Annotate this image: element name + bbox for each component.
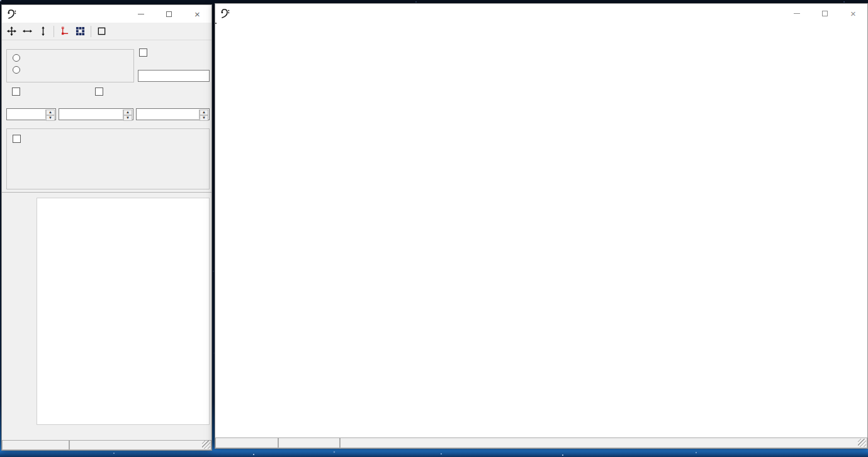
vertical-arrow-icon: [38, 26, 48, 36]
maximize-button[interactable]: [155, 5, 183, 23]
handles-grid-icon: [76, 26, 85, 36]
baffle-toolbar: [2, 23, 211, 40]
far-field-checkbox[interactable]: [139, 48, 147, 57]
move-icon: [7, 26, 16, 36]
basta-app-icon: [220, 8, 230, 18]
toolbar-separator: [54, 26, 54, 37]
minimize-button[interactable]: [127, 5, 155, 23]
spin-up-icon[interactable]: ▲: [46, 110, 55, 115]
spin-up-down-buttons[interactable]: ▲▼: [45, 110, 55, 119]
baffle-designer-window: ×: [1, 4, 212, 451]
spin-up-down-buttons[interactable]: ▲▼: [123, 110, 132, 119]
status-cursor-frequency: [215, 437, 278, 448]
status-cursor-level: [278, 437, 340, 448]
driver-density-spinner[interactable]: ▲▼: [59, 108, 133, 120]
scaled-distance-input[interactable]: [138, 70, 210, 82]
edge-diffraction-tool-button[interactable]: [57, 24, 72, 38]
close-button[interactable]: ×: [183, 5, 211, 23]
desktop-star-specks: [0, 0, 1, 1]
move-tool-button[interactable]: [4, 24, 19, 38]
close-button[interactable]: ×: [839, 4, 867, 23]
on-wall-groupbox: [6, 128, 210, 189]
baffle-statusbar: [2, 440, 211, 450]
baffle-outline-tool-button[interactable]: [94, 24, 109, 38]
resize-grip[interactable]: [858, 439, 866, 447]
basta-app-icon: [7, 9, 17, 19]
edge-diffraction-icon: [60, 26, 69, 36]
resize-grip[interactable]: [202, 441, 210, 449]
horizontal-arrow-icon: [23, 26, 32, 36]
status-hint-message: [340, 437, 867, 448]
vent-density-spinner[interactable]: ▲▼: [136, 108, 210, 120]
response-titlebar[interactable]: ×: [215, 4, 867, 23]
status-y-coordinate: [69, 440, 211, 450]
show-all-systems-checkbox[interactable]: [12, 87, 20, 96]
baffle-titlebar[interactable]: ×: [2, 5, 211, 23]
baffle-drawing-panel: [2, 192, 211, 439]
response-chart-area: [215, 23, 867, 437]
enable-freespace-radio[interactable]: [13, 66, 20, 74]
horizontal-resize-tool-button[interactable]: [20, 24, 35, 38]
spin-down-icon[interactable]: ▼: [123, 115, 132, 121]
legend-box: [215, 23, 217, 24]
response-window: ×: [215, 3, 868, 449]
spin-down-icon[interactable]: ▼: [200, 115, 208, 121]
common-mic-checkbox[interactable]: [95, 87, 103, 96]
spin-down-icon[interactable]: ▼: [46, 115, 55, 121]
vertical-resize-tool-button[interactable]: [36, 24, 50, 38]
response-statusbar: [215, 437, 867, 448]
spin-up-icon[interactable]: ▲: [123, 110, 132, 115]
status-x-coordinate: [2, 440, 69, 450]
spin-up-icon[interactable]: ▲: [200, 110, 208, 115]
toolbar-separator: [91, 26, 91, 37]
maximize-button[interactable]: [811, 4, 839, 23]
spin-up-down-buttons[interactable]: ▲▼: [199, 110, 208, 119]
minimize-button[interactable]: [782, 4, 811, 23]
disable-inwall-radio[interactable]: [13, 54, 20, 62]
square-outline-icon: [97, 26, 106, 36]
edge-sources-spinner[interactable]: ▲▼: [6, 108, 56, 120]
diffraction-groupbox: [6, 49, 134, 82]
response-plot-canvas[interactable]: [242, 42, 864, 414]
on-wall-checkbox[interactable]: [13, 135, 21, 143]
baffle-drawing-canvas[interactable]: [37, 198, 210, 425]
source-handles-tool-button[interactable]: [73, 24, 87, 38]
